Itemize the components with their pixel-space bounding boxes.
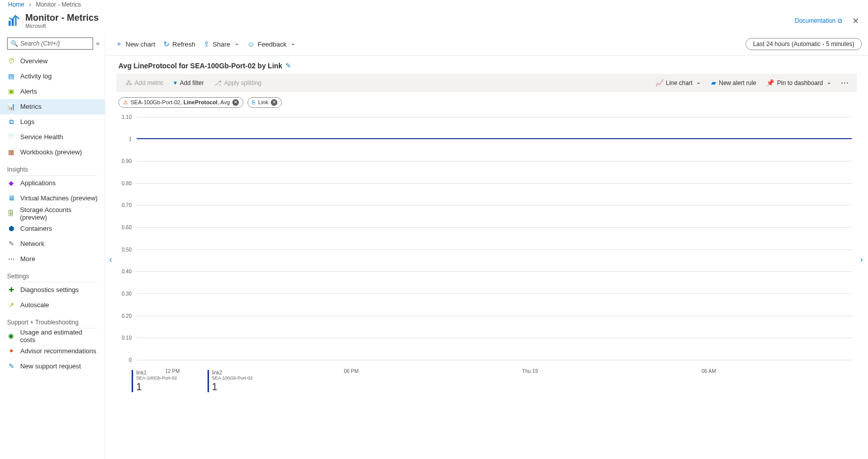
filter-chip[interactable]: ⎘ Link ✕ <box>247 97 282 108</box>
gridline <box>137 360 852 360</box>
nav-label: Alerts <box>20 88 37 95</box>
nav-icon: ♡ <box>7 133 15 141</box>
gridline <box>137 249 852 250</box>
nav-icon: ⧉ <box>7 118 15 126</box>
svg-rect-2 <box>15 17 17 26</box>
nav-label: Workbooks (preview) <box>20 148 82 156</box>
sidebar-item-network[interactable]: ✎Network <box>0 236 105 252</box>
sidebar-item-autoscale[interactable]: ↗Autoscale <box>0 298 105 313</box>
y-tick-label: 1 <box>116 136 132 142</box>
sidebar-item-more[interactable]: ⋯More <box>0 252 105 267</box>
y-tick-label: 1.10 <box>116 114 132 119</box>
metric-icon: ⁂ <box>126 79 132 87</box>
add-metric-button[interactable]: ⁂Add metric <box>121 77 168 89</box>
nav-icon: ✎ <box>7 362 15 370</box>
apply-splitting-button[interactable]: ⎇Apply splitting <box>210 77 266 89</box>
sidebar-item-alerts[interactable]: ▣Alerts <box>0 84 105 99</box>
sidebar-item-containers[interactable]: ⬢Containers <box>0 221 105 236</box>
x-tick-label: Thu 19 <box>522 368 538 374</box>
sidebar-item-storage-accounts-preview-[interactable]: 🗄Storage Accounts (preview) <box>0 206 105 221</box>
y-tick-label: 0.80 <box>116 180 132 186</box>
chart-plot[interactable]: 1.1010.900.800.700.600.500.400.300.200.1… <box>116 113 852 366</box>
sidebar-item-activity-log[interactable]: ▤Activity log <box>0 69 105 84</box>
gridline <box>137 205 852 205</box>
nav-label: Applications <box>20 179 56 187</box>
nav-icon: ▦ <box>7 148 15 156</box>
new-chart-button[interactable]: ＋New chart <box>111 37 159 51</box>
collapse-sidebar-icon[interactable]: « <box>96 39 100 47</box>
remove-chip-icon[interactable]: ✕ <box>271 99 277 106</box>
refresh-button[interactable]: ↻Refresh <box>159 38 200 50</box>
sidebar-item-advisor-recommendations[interactable]: ✦Advisor recommendations <box>0 344 105 359</box>
sidebar-item-usage-and-estimated-costs[interactable]: ◉Usage and estimated costs <box>0 328 105 344</box>
nav-icon: 📊 <box>7 103 15 111</box>
page-title: Monitor - Metrics <box>25 13 99 23</box>
nav-icon: ↗ <box>7 301 15 309</box>
sidebar-item-metrics[interactable]: 📊Metrics <box>0 99 105 114</box>
nav-label: Metrics <box>20 103 42 110</box>
chart-type-dropdown[interactable]: 📈Line chart <box>651 77 706 89</box>
gridline <box>137 183 852 184</box>
y-tick-label: 0.70 <box>116 202 132 208</box>
share-button[interactable]: ⇪Share <box>199 38 243 50</box>
plus-icon: ＋ <box>115 39 122 49</box>
sidebar-item-virtual-machines-preview-[interactable]: 🖥Virtual Machines (preview) <box>0 191 105 206</box>
add-filter-button[interactable]: ▾Add filter <box>170 77 208 89</box>
nav-label: Advisor recommendations <box>20 347 96 355</box>
pin-dashboard-button[interactable]: 📌Pin to dashboard <box>762 77 836 89</box>
nav-icon: ⬢ <box>7 225 15 233</box>
sidebar-item-workbooks-preview-[interactable]: ▦Workbooks (preview) <box>0 145 105 160</box>
breadcrumb-current: Monitor - Metrics <box>36 1 81 8</box>
sidebar-item-new-support-request[interactable]: ✎New support request <box>0 359 105 374</box>
filter-icon: ▾ <box>174 79 177 87</box>
chart-legend: link1SEA-100Gb-Port-021link2SEA-100Gb-Po… <box>116 366 857 392</box>
nav-label: Activity log <box>20 72 52 80</box>
split-icon: ⎇ <box>214 79 222 87</box>
time-range-picker[interactable]: Last 24 hours (Automatic - 5 minutes) <box>746 38 862 50</box>
alert-icon: ▰ <box>711 79 716 87</box>
gridline <box>137 338 852 338</box>
sidebar-item-applications[interactable]: ◆Applications <box>0 176 105 191</box>
next-chart-icon[interactable]: › <box>856 251 867 268</box>
data-line <box>137 138 852 139</box>
documentation-link[interactable]: Documentation ⧉ <box>795 17 842 24</box>
breadcrumb-home[interactable]: Home <box>8 1 24 8</box>
y-tick-label: 0.60 <box>116 224 132 230</box>
group-insights: Insights <box>0 160 105 174</box>
sidebar-item-diagnostics-settings[interactable]: ✚Diagnostics settings <box>0 282 105 298</box>
refresh-icon: ↻ <box>163 40 170 48</box>
smile-icon: ☺ <box>247 40 255 48</box>
legend-resource: SEA-100Gb-Port-02 <box>136 375 177 381</box>
y-tick-label: 0.10 <box>116 335 132 341</box>
remove-chip-icon[interactable]: ✕ <box>232 99 239 106</box>
search-icon: 🔍 <box>11 40 18 47</box>
y-tick-label: 0 <box>116 357 132 362</box>
prev-chart-icon[interactable]: ‹ <box>105 251 116 268</box>
sidebar-item-logs[interactable]: ⧉Logs <box>0 114 105 130</box>
external-link-icon: ⧉ <box>838 17 842 24</box>
legend-item-link2[interactable]: link2SEA-100Gb-Port-021 <box>208 370 253 392</box>
more-options-icon[interactable]: ⋯ <box>838 78 852 88</box>
y-tick-label: 0.40 <box>116 269 132 274</box>
sidebar-item-service-health[interactable]: ♡Service Health <box>0 130 105 145</box>
main-content: ＋New chart ↻Refresh ⇪Share ☺Feedback Las… <box>105 33 868 459</box>
nav-icon: 🗄 <box>7 210 15 218</box>
command-bar: ＋New chart ↻Refresh ⇪Share ☺Feedback Las… <box>105 33 868 56</box>
x-tick-label: 06 PM <box>344 368 358 374</box>
chart-title: Avg LineProtocol for SEA-100Gb-Port-02 b… <box>118 62 282 70</box>
monitor-icon <box>7 14 21 28</box>
close-icon[interactable]: ✕ <box>850 14 861 28</box>
legend-resource: SEA-100Gb-Port-02 <box>212 375 253 381</box>
nav-label: Autoscale <box>20 301 49 309</box>
nav-icon: 🖥 <box>7 194 15 202</box>
sidebar-item-overview[interactable]: ⏱Overview <box>0 54 105 69</box>
nav-icon: ◉ <box>7 332 15 340</box>
edit-title-icon[interactable]: ✎ <box>285 62 291 69</box>
nav-icon: ▤ <box>7 72 15 80</box>
sidebar: 🔍 Search (Ctrl+/) « ⏱Overview▤Activity l… <box>0 33 105 459</box>
gridline <box>137 161 852 161</box>
search-input[interactable]: 🔍 Search (Ctrl+/) <box>7 37 93 50</box>
feedback-button[interactable]: ☺Feedback <box>243 38 300 50</box>
new-alert-button[interactable]: ▰New alert rule <box>707 77 760 89</box>
metric-chip[interactable]: ⚠ SEA-100Gb-Port-02, LineProtocol, Avg ✕ <box>118 97 243 108</box>
